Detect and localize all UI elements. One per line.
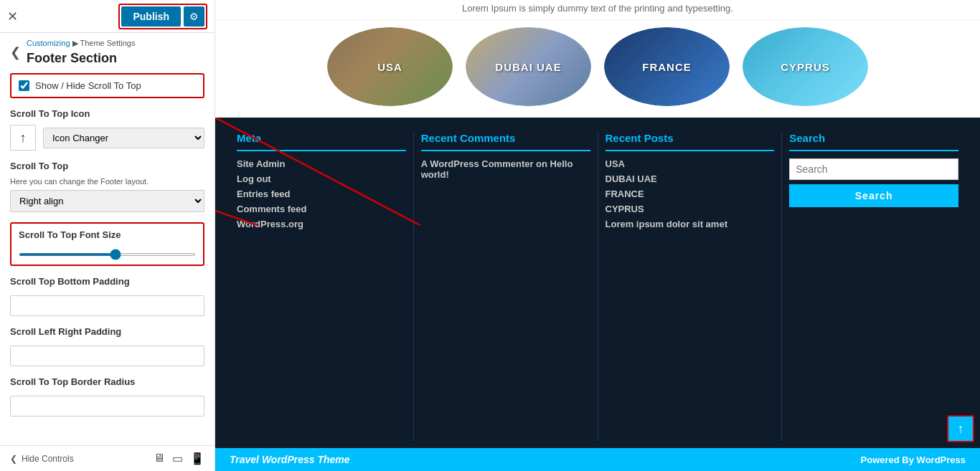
scroll-top-label: Scroll To Top	[10, 161, 204, 171]
breadcrumb-inner: Customizing ▶ Theme Settings Footer Sect…	[27, 39, 136, 66]
footer-col-recent-comments: Recent Comments A WordPress Commenter on…	[414, 132, 598, 441]
post-link-dubai[interactable]: DUBAI UAE	[606, 173, 775, 184]
slider-wrap	[19, 246, 196, 259]
comments-divider	[421, 150, 590, 151]
tablet-icon[interactable]: ▭	[172, 452, 183, 465]
font-size-section: Scroll To Top Font Size	[10, 222, 204, 266]
gear-button[interactable]: ⚙	[184, 6, 204, 27]
bottom-padding-label: Scroll Top Bottom Padding	[10, 276, 204, 287]
show-hide-box: Show / Hide Scroll To Top	[10, 73, 204, 98]
up-arrow-icon: ↑	[20, 130, 27, 146]
travel-card-france: FRANCE	[604, 27, 730, 106]
dubai-label: DUBAI UAE	[495, 61, 561, 73]
travel-card-cyprus: CYPRUS	[743, 27, 868, 106]
hide-controls-button[interactable]: ❮ Hide Controls	[10, 454, 74, 464]
footer-col-search: Search Search	[782, 132, 966, 441]
right-preview: Lorem Ipsum is simply dummy text of the …	[215, 0, 980, 471]
search-divider	[789, 150, 958, 151]
device-icons: 🖥 ▭ 📱	[154, 452, 204, 465]
breadcrumb: Customizing ▶ Theme Settings	[27, 39, 136, 48]
comment-link-1[interactable]: A WordPress Commenter on Hello world!	[421, 158, 590, 180]
scroll-to-top-button[interactable]: ↑	[947, 415, 974, 442]
border-radius-input[interactable]	[10, 396, 204, 417]
usa-label: USA	[377, 61, 402, 73]
preview-top: Lorem Ipsum is simply dummy text of the …	[215, 0, 980, 20]
footer-dark: Meta Site Admin Log out Entries feed Com…	[215, 118, 980, 471]
customizing-link[interactable]: Customizing	[27, 39, 70, 47]
footer-col-recent-posts: Recent Posts USA DUBAI UAE FRANCE CYPRUS…	[598, 132, 783, 441]
scroll-icon-section-label: Scroll To Top Icon	[10, 108, 204, 119]
publish-button[interactable]: Publish	[121, 6, 181, 27]
bottom-padding-input[interactable]	[10, 295, 204, 316]
footer-bottom-bar: Travel WordPress Theme Powered By WordPr…	[215, 448, 980, 471]
align-select[interactable]: Right align	[10, 190, 204, 212]
left-panel: ✕ Publish ⚙ ❮ Customizing ▶ Theme Settin…	[0, 0, 215, 471]
travel-images: USA DUBAI UAE FRANCE CYPRUS	[215, 20, 980, 118]
section-title: Footer Section	[27, 51, 136, 66]
arrow-icon-box: ↑	[10, 125, 36, 151]
footer-col-meta: Meta Site Admin Log out Entries feed Com…	[230, 132, 414, 441]
hide-controls-back-icon: ❮	[10, 454, 17, 464]
meta-link-comments[interactable]: Comments feed	[237, 204, 406, 214]
post-link-cyprus[interactable]: CYPRUS	[606, 204, 775, 214]
border-radius-section: Scroll To Top Border Radius	[10, 376, 204, 417]
panel-content: Show / Hide Scroll To Top Scroll To Top …	[0, 66, 215, 445]
breadcrumb-row: ❮ Customizing ▶ Theme Settings Footer Se…	[0, 33, 215, 66]
posts-divider	[606, 150, 775, 151]
recent-posts-title: Recent Posts	[606, 132, 775, 144]
back-button[interactable]: ❮	[10, 44, 21, 60]
scroll-to-top-section: Scroll To Top Here you can change the Fo…	[10, 161, 204, 212]
meta-divider	[237, 150, 406, 151]
footer-desc: Here you can change the Footer layout.	[10, 177, 204, 186]
scroll-top-arrow-icon: ↑	[958, 422, 964, 437]
meta-link-entries[interactable]: Entries feed	[237, 189, 406, 199]
border-radius-label: Scroll To Top Border Radius	[10, 376, 204, 387]
icon-changer-select[interactable]: Icon Changer	[43, 128, 204, 148]
hide-controls-label: Hide Controls	[22, 454, 74, 464]
travel-card-usa: USA	[327, 27, 453, 106]
search-title: Search	[789, 132, 958, 144]
lr-padding-label: Scroll Left Right Padding	[10, 326, 204, 337]
show-hide-label: Show / Hide Scroll To Top	[35, 80, 141, 91]
post-link-usa[interactable]: USA	[606, 158, 775, 169]
show-hide-checkbox[interactable]	[19, 80, 29, 91]
post-link-france[interactable]: FRANCE	[606, 189, 775, 199]
top-bar: ✕ Publish ⚙	[0, 0, 215, 33]
lr-padding-section: Scroll Left Right Padding	[10, 326, 204, 366]
footer-columns: Meta Site Admin Log out Entries feed Com…	[215, 118, 980, 448]
mobile-icon[interactable]: 📱	[190, 452, 204, 465]
font-size-label: Scroll To Top Font Size	[19, 229, 196, 240]
meta-link-site-admin[interactable]: Site Admin	[237, 158, 406, 169]
post-link-lorem[interactable]: Lorem ipsum dolor sit amet	[606, 219, 775, 229]
publish-wrap: Publish ⚙	[118, 4, 207, 29]
footer-search-button[interactable]: Search	[789, 184, 958, 207]
lorem-text: Lorem Ipsum is simply dummy text of the …	[462, 3, 733, 14]
font-size-slider[interactable]	[19, 253, 196, 256]
powered-by: Powered By WordPress	[861, 455, 966, 465]
cyprus-label: CYPRUS	[781, 61, 830, 73]
desktop-icon[interactable]: 🖥	[154, 452, 165, 465]
meta-link-logout[interactable]: Log out	[237, 173, 406, 184]
france-label: FRANCE	[642, 61, 692, 73]
bottom-padding-section: Scroll Top Bottom Padding	[10, 276, 204, 316]
left-bottom: ❮ Hide Controls 🖥 ▭ 📱	[0, 445, 215, 471]
meta-link-wordpress[interactable]: WordPress.org	[237, 219, 406, 229]
icon-changer-row: ↑ Icon Changer	[10, 125, 204, 151]
theme-name: Travel WordPress Theme	[230, 454, 350, 465]
footer-search-input[interactable]	[789, 158, 958, 180]
travel-card-dubai: DUBAI UAE	[466, 27, 591, 106]
close-button[interactable]: ✕	[7, 9, 18, 24]
recent-comments-title: Recent Comments	[421, 132, 590, 144]
lr-padding-input[interactable]	[10, 346, 204, 366]
meta-title: Meta	[237, 132, 406, 144]
